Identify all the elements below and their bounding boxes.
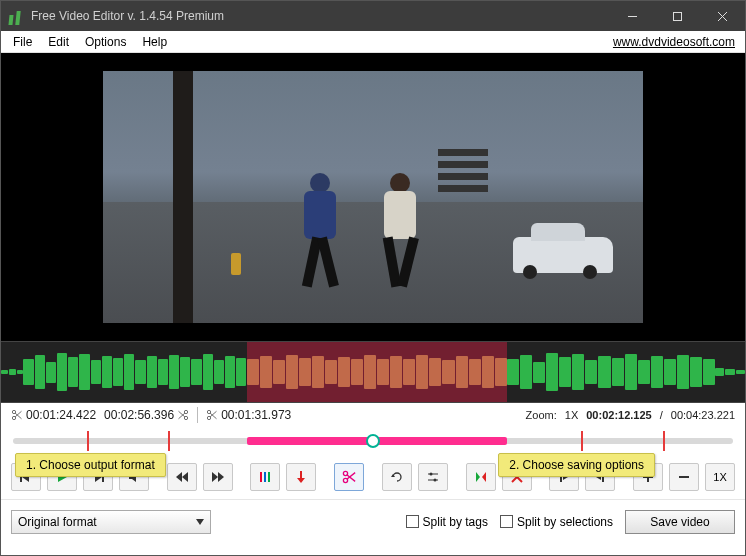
svg-marker-41 <box>482 472 486 482</box>
svg-rect-26 <box>260 472 262 482</box>
footer: Original format Split by tags Split by s… <box>1 499 745 543</box>
maximize-button[interactable] <box>655 1 700 31</box>
cut-a-end-value: 00:02:56.396 <box>104 408 174 422</box>
output-format-select[interactable]: Original format <box>11 510 211 534</box>
scissors-icon <box>342 470 356 484</box>
rotate-button[interactable] <box>382 463 412 491</box>
cut-tool-button[interactable] <box>334 463 364 491</box>
save-video-button[interactable]: Save video <box>625 510 735 534</box>
callout-output-format: 1. Choose output format <box>15 453 166 477</box>
timecode-row: 00:01:24.422 00:02:56.396 00:01:31.973 Z… <box>1 403 745 427</box>
seek-start-button[interactable] <box>167 463 197 491</box>
menu-options[interactable]: Options <box>77 33 134 51</box>
toolbar: 1. Choose output format 2. Choose saving… <box>1 455 745 499</box>
checkbox-icon <box>500 515 513 528</box>
zoom-label: Zoom: <box>526 409 557 421</box>
window-title: Free Video Editor v. 1.4.54 Premium <box>31 9 610 23</box>
split-by-tags-checkbox[interactable]: Split by tags <box>406 515 488 529</box>
website-link[interactable]: www.dvdvideosoft.com <box>613 35 741 49</box>
rotate-icon <box>390 470 404 484</box>
cut-a-start: 00:01:24.422 <box>11 408 96 422</box>
cut-a-end: 00:02:56.396 <box>104 408 189 422</box>
svg-marker-24 <box>212 472 218 482</box>
zoom-value: 1X <box>565 409 578 421</box>
menubar: File Edit Options Help www.dvdvideosoft.… <box>1 31 745 53</box>
download-icon <box>294 470 308 484</box>
menu-file[interactable]: File <box>5 33 40 51</box>
svg-marker-40 <box>476 472 480 482</box>
video-preview-area <box>1 53 745 341</box>
output-format-value: Original format <box>18 515 97 529</box>
app-icon <box>7 7 25 25</box>
split-by-selections-checkbox[interactable]: Split by selections <box>500 515 613 529</box>
cut-b-start: 00:01:31.973 <box>206 408 291 422</box>
waveform[interactable] <box>1 341 745 403</box>
scissors-icon <box>206 409 218 421</box>
invert-selection-button[interactable] <box>466 463 496 491</box>
playhead-handle[interactable] <box>366 434 380 448</box>
svg-marker-22 <box>176 472 182 482</box>
svg-marker-23 <box>182 472 188 482</box>
cut-b-start-value: 00:01:31.973 <box>221 408 291 422</box>
svg-point-38 <box>429 473 432 476</box>
seek-end-button[interactable] <box>203 463 233 491</box>
chevron-down-icon <box>196 519 204 525</box>
split-by-selections-label: Split by selections <box>517 515 613 529</box>
minus-icon <box>677 470 691 484</box>
svg-rect-28 <box>268 472 270 482</box>
zoom-reset-button[interactable]: 1X <box>705 463 735 491</box>
scissors-icon <box>177 409 189 421</box>
svg-marker-30 <box>297 478 305 483</box>
sliders-icon <box>426 470 440 484</box>
total-time: 00:04:23.221 <box>671 409 735 421</box>
close-button[interactable] <box>700 1 745 31</box>
svg-point-39 <box>433 479 436 482</box>
menu-help[interactable]: Help <box>134 33 175 51</box>
svg-rect-1 <box>674 12 682 20</box>
timeline-track[interactable] <box>1 427 745 455</box>
save-video-label: Save video <box>650 515 709 529</box>
zoom-out-button[interactable] <box>669 463 699 491</box>
callout-saving-options: 2. Choose saving options <box>498 453 655 477</box>
detect-download-button[interactable] <box>286 463 316 491</box>
split-by-tags-label: Split by tags <box>423 515 488 529</box>
cut-a-start-value: 00:01:24.422 <box>26 408 96 422</box>
menu-edit[interactable]: Edit <box>40 33 77 51</box>
svg-marker-25 <box>218 472 224 482</box>
fastforward-icon <box>211 470 225 484</box>
bars-icon <box>258 470 272 484</box>
svg-rect-27 <box>264 472 266 482</box>
detect-bars-button[interactable] <box>250 463 280 491</box>
titlebar: Free Video Editor v. 1.4.54 Premium <box>1 1 745 31</box>
scissors-icon <box>11 409 23 421</box>
svg-marker-51 <box>196 519 204 525</box>
video-frame[interactable] <box>103 71 643 323</box>
swap-icon <box>474 470 488 484</box>
settings-button[interactable] <box>418 463 448 491</box>
time-separator: / <box>660 409 663 421</box>
current-time: 00:02:12.125 <box>586 409 651 421</box>
rewind-icon <box>175 470 189 484</box>
zoom-reset-label: 1X <box>713 471 726 483</box>
minimize-button[interactable] <box>610 1 655 31</box>
checkbox-icon <box>406 515 419 528</box>
